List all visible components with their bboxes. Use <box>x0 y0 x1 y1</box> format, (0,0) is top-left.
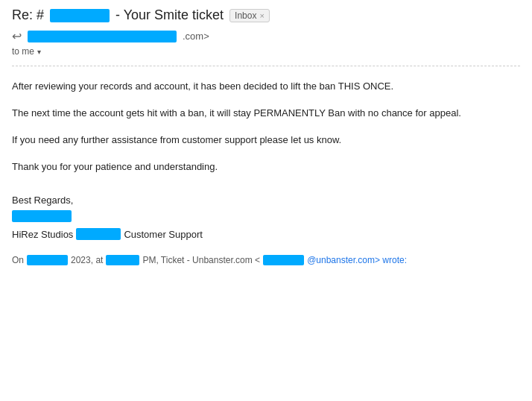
email-container: Re: # - Your Smite ticket Inbox × ↩ .com… <box>0 0 532 273</box>
divider <box>12 66 520 66</box>
subject-title: - Your Smite ticket <box>115 7 224 23</box>
signature-name-redacted <box>12 210 72 222</box>
sender-domain: .com> <box>183 31 209 42</box>
footer-pm-text: PM, Ticket - Unbanster.com < <box>142 255 260 265</box>
body-paragraph-1: After reviewing your records and account… <box>12 78 520 95</box>
subject-prefix: Re: # <box>12 7 44 23</box>
hirez-name-redacted <box>76 228 121 240</box>
inbox-label: Inbox <box>235 10 256 21</box>
footer-month-redacted <box>27 255 68 265</box>
sender-email-redacted <box>28 31 177 42</box>
chevron-down-icon[interactable]: ▾ <box>37 48 41 56</box>
reply-arrow-icon[interactable]: ↩ <box>12 29 22 43</box>
inbox-badge[interactable]: Inbox × <box>229 9 270 22</box>
unbanster-link[interactable]: @unbanster.com> wrote: <box>307 255 407 265</box>
close-icon[interactable]: × <box>259 11 264 20</box>
sender-row: ↩ .com> <box>12 29 520 43</box>
hirez-prefix: HiRez Studios <box>12 229 73 240</box>
body-paragraph-4: Thank you for your patience and understa… <box>12 159 520 175</box>
footer-year-text: 2023, at <box>71 255 103 265</box>
footer-email-redacted <box>263 255 304 265</box>
footer-time-redacted <box>106 255 139 265</box>
footer-on-text: On <box>12 255 24 265</box>
hirez-line: HiRez Studios Customer Support <box>12 228 520 240</box>
body-paragraph-3: If you need any further assistance from … <box>12 132 520 148</box>
hirez-suffix: Customer Support <box>124 229 203 240</box>
signature-section: Best Regards, HiRez Studios Customer Sup… <box>12 195 520 240</box>
email-body: After reviewing your records and account… <box>12 75 520 189</box>
to-me-label: to me <box>12 46 34 57</box>
footer-quote: On 2023, at PM, Ticket - Unbanster.com <… <box>12 255 520 265</box>
to-me-row: to me ▾ <box>12 46 520 57</box>
subject-redacted-id <box>50 9 110 22</box>
body-paragraph-2: The next time the account gets hit with … <box>12 105 520 121</box>
subject-line: Re: # - Your Smite ticket Inbox × <box>12 7 520 23</box>
best-regards-text: Best Regards, <box>12 195 520 206</box>
